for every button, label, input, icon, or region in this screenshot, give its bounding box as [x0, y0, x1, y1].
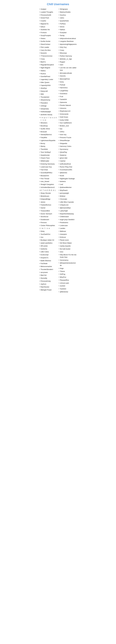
- username-text: LatinaTight: [60, 210, 68, 212]
- left-column: •Asialper•Loaded Thoughts•PrincessZenith…: [39, 8, 57, 292]
- bullet-icon: •: [59, 104, 59, 107]
- list-item: •LaughDiary: [59, 90, 77, 92]
- username-text: Brildner: [60, 195, 65, 198]
- bullet-icon: •: [39, 145, 40, 148]
- username-text: MajesticTiz: [40, 23, 48, 25]
- bullet-icon: •: [59, 26, 59, 28]
- list-item: •nitch: [59, 64, 77, 66]
- bullet-icon: •: [59, 216, 59, 218]
- bullet-icon: •: [39, 130, 40, 133]
- list-item: •Meloonsmasher: [39, 265, 57, 268]
- username-text: Rupper: [60, 61, 65, 63]
- bullet-icon: •: [59, 92, 59, 95]
- list-item: •Sycomancy: [59, 148, 77, 150]
- username-text: Girly Guy: [60, 46, 66, 48]
- bullet-icon: •: [39, 84, 40, 87]
- bullet-icon: •: [39, 81, 40, 84]
- list-item: •PrincessKristy: [39, 280, 57, 282]
- bullet-icon: •: [39, 93, 40, 96]
- list-item: •PrincessZenith: [39, 14, 57, 16]
- bullet-icon: •: [59, 66, 59, 69]
- username-text: aesthetic beauty: [40, 114, 52, 116]
- list-item: •Pulmali: [59, 84, 77, 86]
- username-text: @betches: [60, 172, 67, 174]
- bullet-icon: •: [59, 43, 59, 46]
- username-text: Daisycraft: [40, 90, 48, 92]
- bullet-icon: •: [59, 139, 59, 142]
- list-item: •3HeartRecipe: [59, 139, 77, 142]
- list-item: •Little Cobra: [39, 251, 57, 253]
- bullet-icon: •: [59, 46, 59, 48]
- list-item: •Fruit: [59, 96, 77, 98]
- bullet-icon: •: [59, 198, 59, 200]
- username-text: Asialper: [40, 8, 46, 10]
- username-text: Little Miss Cupcake: [60, 201, 74, 204]
- list-item: •angel priya Seeditch: [59, 218, 77, 221]
- bullet-icon: •: [39, 178, 40, 180]
- list-item: •GuerillaPriest: [39, 75, 57, 78]
- bullet-icon: •: [59, 174, 59, 177]
- list-item: •MajesticTiz: [39, 23, 57, 25]
- list-item: •Crazy: [39, 58, 57, 60]
- list-item: •Center Philosophies: [39, 224, 57, 227]
- username-text: Lowercase: [60, 224, 68, 227]
- bullet-icon: •: [39, 239, 40, 241]
- list-item: •UniqueLove: [59, 204, 77, 206]
- username-text: t e q u i l a s u n r i s e: [40, 116, 57, 121]
- bullet-icon: •: [39, 166, 40, 168]
- list-item: •Scarylast: [59, 32, 77, 34]
- username-text: YourDadXOrz: [40, 233, 50, 236]
- username-text: Xenomancy: [60, 259, 68, 262]
- username-text: SweatyWarriorz: [40, 134, 52, 136]
- username-text: rose_kissed: [40, 180, 49, 183]
- username-text: zeus: [60, 251, 63, 253]
- username-text: Boss6oup: [40, 125, 48, 127]
- bullet-icon: •: [39, 11, 40, 14]
- bullet-icon: •: [59, 186, 59, 189]
- bullet-icon: •: [39, 17, 40, 19]
- list-item: •the bulk buster: [59, 248, 77, 250]
- username-text: StringLipsx: [60, 8, 68, 10]
- list-item: •ScaryPumpkin: [39, 34, 57, 37]
- bullet-icon: •: [59, 90, 59, 92]
- username-text: Dynamic: [40, 52, 47, 54]
- list-item: •Lowercase: [59, 224, 77, 227]
- username-text: PrincessKristy: [40, 280, 51, 282]
- bullet-icon: •: [39, 142, 40, 145]
- list-item: •Nightingale Soakage: [59, 178, 77, 180]
- list-item: •Princess Fuzzie: [59, 136, 77, 139]
- bullet-icon: •: [59, 128, 59, 130]
- bullet-icon: •: [39, 286, 40, 288]
- bullet-icon: •: [59, 148, 59, 150]
- username-text: Legendary Looter: [40, 78, 53, 81]
- list-item: •GlassCentaur: [39, 43, 57, 46]
- username-text: Nightingale Soakage: [60, 178, 75, 180]
- list-item: •Catcher: [59, 160, 77, 162]
- bullet-icon: •: [59, 32, 59, 34]
- username-text: WzyPeach: [60, 189, 68, 192]
- list-item: •loser boy: [59, 134, 77, 136]
- username-text: Grandioso: [60, 92, 67, 95]
- list-item: •SweatyWarriorz: [39, 134, 57, 136]
- username-text: DropshoTz: [40, 256, 48, 259]
- list-item: •XxGoldenWarriorxX: [39, 186, 57, 189]
- username-text: Harmony Cobra: [60, 145, 71, 148]
- list-item: •Alonchs: [59, 75, 77, 77]
- username-text: Firestix Natural: [60, 104, 71, 107]
- username-text: CapacityArtful: [40, 84, 50, 87]
- username-text: Ostara: [40, 37, 45, 40]
- bullet-icon: •: [59, 134, 59, 136]
- list-item: •Harmonics: [59, 86, 77, 89]
- username-text: QuarterNote: [60, 20, 69, 22]
- username-text: Pink Leader: [40, 46, 49, 48]
- username-text: Battle Mistress: [40, 260, 51, 262]
- list-item: •Strippedia: [59, 142, 77, 145]
- bullet-icon: •: [39, 139, 40, 142]
- bullet-icon: •: [59, 213, 59, 215]
- bullet-icon: •: [59, 110, 59, 112]
- username-text: Aesthetic fire: [40, 28, 50, 31]
- list-item: •Killer Queen: [39, 81, 57, 84]
- list-item: •Ruckus: [39, 72, 57, 75]
- list-item: •Night Magnet: [39, 66, 57, 69]
- username-text: ghost rider: [60, 157, 68, 159]
